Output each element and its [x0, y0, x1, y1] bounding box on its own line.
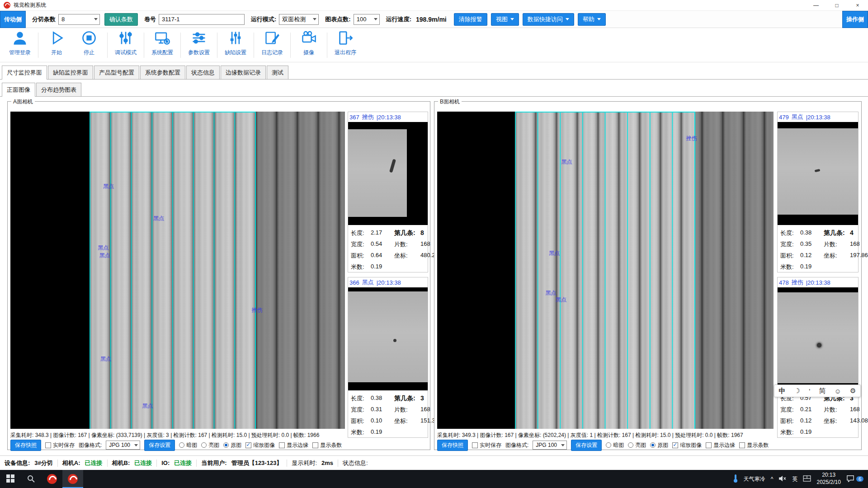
tab-product-model-config[interactable]: 产品型号配置 — [94, 66, 139, 79]
taskbar-app-icon[interactable] — [42, 470, 62, 488]
save-snapshot-button[interactable]: 保存快照 — [10, 440, 41, 451]
windows-logo-icon — [6, 474, 14, 484]
touch-keyboard-icon[interactable] — [803, 475, 811, 483]
defect-card-a-2[interactable]: 366 黑点 |20:13:38 长度:0.38 第几条:3 宽度:0.31 片… — [348, 277, 428, 438]
camera-a-view[interactable]: 黑点 黑点 黑点 黑点 挫伤 黑点 黑点 — [10, 112, 345, 429]
defect-stats: 长度:0.38 第几条:4 宽度:0.35 片数:168 面积:0.12 坐标:… — [778, 225, 858, 271]
operate-side-button[interactable]: 操作侧 — [842, 11, 868, 28]
divider — [254, 33, 254, 58]
original-image-radio[interactable]: 原图 — [223, 441, 241, 449]
input-language-indicator[interactable]: 英 — [792, 475, 797, 483]
ime-lang-toggle[interactable]: 中 — [779, 387, 786, 395]
defect-card-a-1[interactable]: 367 挫伤 |20:13:38 长度:2.17 第几条:8 宽度:0.54 片… — [348, 112, 428, 272]
strip-divider-lines — [515, 112, 696, 429]
confirm-count-button[interactable]: 确认条数 — [104, 13, 138, 26]
system-config-button[interactable]: 系统配置 — [146, 30, 179, 61]
dark-image-radio[interactable]: 暗图 — [179, 441, 197, 449]
panel-a-title: A面相机 — [11, 98, 35, 106]
defect-thumbnail — [778, 122, 858, 225]
bright-image-radio[interactable]: 亮图 — [628, 441, 646, 449]
tab-size-monitor[interactable]: 尺寸监控界面 — [2, 66, 47, 80]
tab-edge-data-record[interactable]: 边缘数据记录 — [221, 66, 266, 79]
help-menu-button[interactable]: 帮助 — [578, 13, 606, 26]
admin-login-button[interactable]: 管理登录 — [4, 30, 36, 61]
realtime-save-checkbox[interactable]: 实时保存 — [45, 441, 75, 449]
original-image-radio[interactable]: 原图 — [650, 441, 668, 449]
play-icon — [48, 30, 65, 47]
exit-program-button[interactable]: 退出程序 — [329, 30, 362, 61]
slit-count-select[interactable]: 8 — [58, 14, 100, 25]
defect-overlay-label: 挫伤 — [686, 135, 697, 142]
ime-simplified-toggle[interactable]: 简 — [819, 387, 826, 395]
zoom-image-checkbox[interactable]: 缩放图像 — [672, 441, 702, 449]
show-count-checkbox[interactable]: 显示条数 — [312, 441, 342, 449]
defect-overlay-label: 黑点 — [99, 252, 110, 259]
weather-text[interactable]: 天气寒冷 — [744, 475, 765, 483]
show-count-checkbox[interactable]: 显示条数 — [739, 441, 769, 449]
camera-capture-button[interactable]: 摄像 — [292, 30, 325, 61]
notification-center-button[interactable]: 6 — [846, 475, 863, 483]
defect-settings-button[interactable]: 缺陷设置 — [219, 30, 252, 61]
params-settings-button[interactable]: 参数设置 — [183, 30, 215, 61]
tab-test[interactable]: 测试 — [267, 66, 288, 79]
save-settings-button[interactable]: 保存设置 — [571, 440, 602, 451]
defect-card-b-1[interactable]: 479 黑点 |20:13:38 长度:0.38 第几条:4 宽度:0.35 片… — [777, 112, 859, 272]
camera-b-view[interactable]: 挫伤 黑点 黑点 黑点 黑点 — [437, 112, 774, 429]
camera-b-save-controls: 保存快照 实时保存 图像格式: JPG 100 保存设置 暗图 亮图 原图 缩放… — [437, 440, 769, 450]
dark-image-radio[interactable]: 暗图 — [606, 441, 624, 449]
roll-number-input[interactable] — [159, 14, 245, 25]
divider — [57, 460, 58, 467]
show-edge-checkbox[interactable]: 显示边缘 — [279, 441, 308, 449]
hidden-icons-chevron[interactable]: ^ — [771, 476, 774, 482]
zoom-image-checkbox[interactable]: 缩放图像 — [245, 441, 275, 449]
ime-settings-icon[interactable]: ⚙ — [850, 387, 856, 395]
data-quick-access-menu-button[interactable]: 数据快捷访问 — [523, 13, 574, 26]
save-settings-button[interactable]: 保存设置 — [144, 440, 175, 451]
clear-alarm-button[interactable]: 清除报警 — [454, 13, 487, 26]
tab-front-image[interactable]: 正面图像 — [2, 83, 35, 97]
log-record-button[interactable]: 日志记录 — [256, 30, 288, 61]
view-menu-label: 视图 — [496, 15, 508, 23]
divider — [287, 460, 287, 467]
dropdown-arrow-icon — [370, 18, 377, 20]
chart-points-select[interactable]: 100 — [354, 14, 380, 25]
bright-image-radio[interactable]: 亮图 — [201, 441, 219, 449]
realtime-save-checkbox[interactable]: 实时保存 — [472, 441, 501, 449]
strip-divider-lines — [90, 112, 256, 429]
defect-card-header: 478 挫伤 |20:13:38 — [778, 277, 858, 287]
volume-muted-icon[interactable] — [778, 475, 787, 483]
camera-a-status-label: 相机A: — [62, 459, 80, 467]
close-button[interactable]: × — [847, 0, 868, 10]
debug-mode-button[interactable]: 调试模式 — [109, 30, 142, 61]
stop-run-button[interactable]: 停止 — [73, 30, 105, 61]
ime-emoji-icon[interactable]: ☺ — [835, 387, 841, 395]
ime-punctuation-icon[interactable]: ’ — [809, 387, 810, 395]
minimize-button[interactable]: — — [806, 0, 826, 10]
image-format-select[interactable]: JPG 100 — [533, 441, 567, 450]
taskbar-clock[interactable]: 20:13 2025/2/10 — [816, 472, 840, 486]
data-quick-access-label: 数据快捷访问 — [528, 15, 563, 23]
image-format-label: 图像格式: — [79, 441, 102, 449]
image-format-select[interactable]: JPG 100 — [106, 441, 140, 450]
show-edge-checkbox[interactable]: 显示边缘 — [706, 441, 735, 449]
tab-defect-monitor[interactable]: 缺陷监控界面 — [48, 66, 93, 79]
start-button[interactable] — [0, 470, 21, 488]
defect-card-b-2[interactable]: 478 挫伤 |20:13:38 长度:0.57 第几条:3 宽度:0.21 片… — [777, 277, 859, 438]
defect-overlay-label: 黑点 — [142, 402, 153, 410]
search-icon[interactable] — [21, 470, 42, 488]
tab-status-info[interactable]: 状态信息 — [186, 66, 220, 79]
ime-fullwidth-icon[interactable]: ☽ — [794, 387, 800, 395]
start-run-button[interactable]: 开始 — [40, 30, 73, 61]
tab-system-params-config[interactable]: 系统参数配置 — [140, 66, 185, 79]
display-time-value: 2ms — [321, 460, 333, 466]
divider — [144, 33, 144, 58]
maximize-button[interactable]: □ — [826, 0, 847, 10]
save-snapshot-button[interactable]: 保存快照 — [437, 440, 468, 451]
view-menu-button[interactable]: 视图 — [491, 13, 519, 26]
notification-badge: 6 — [856, 476, 863, 482]
taskbar-app-icon-active[interactable] — [62, 470, 83, 488]
stripe-dim-zone — [695, 112, 774, 429]
tab-trend-chart[interactable]: 分布趋势图表 — [36, 83, 81, 96]
drive-side-button[interactable]: 传动侧 — [0, 11, 26, 28]
run-mode-select[interactable]: 双面检测 — [279, 14, 319, 25]
